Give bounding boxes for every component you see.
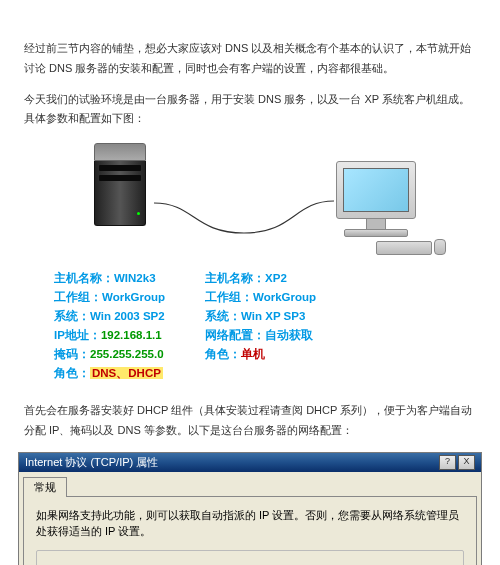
intro-para-2: 今天我们的试验环境是由一台服务器，用于安装 DNS 服务，以及一台 XP 系统客… [24,90,476,130]
server-specs: 主机名称：WIN2k3 工作组：WorkGroup 系统：Win 2003 SP… [54,269,165,383]
tab-general[interactable]: 常规 [23,477,67,497]
dialog-titlebar: Internet 协议 (TCP/IP) 属性 ? X [19,453,481,472]
client-pc-icon [336,161,416,237]
network-cable [154,193,334,253]
close-button[interactable]: X [458,455,475,470]
ip-group: 自动获得 IP 地址(O) 使用下面的 IP 地址(S): IP 地址(I): … [36,550,464,565]
network-diagram [24,143,476,263]
client-specs: 主机名称：XP2 工作组：WorkGroup 系统：Win XP SP3 网络配… [205,269,316,383]
server-icon [94,143,144,226]
dialog-hint: 如果网络支持此功能，则可以获取自动指派的 IP 设置。否则，您需要从网络系统管理… [36,507,464,540]
dialog-title: Internet 协议 (TCP/IP) 属性 [25,455,158,470]
intro-para-1: 经过前三节内容的铺垫，想必大家应该对 DNS 以及相关概念有个基本的认识了，本节… [24,39,476,79]
tcpip-properties-dialog: Internet 协议 (TCP/IP) 属性 ? X 常规 如果网络支持此功能… [18,452,482,565]
help-button[interactable]: ? [439,455,456,470]
mid-para: 首先会在服务器安装好 DHCP 组件（具体安装过程请查阅 DHCP 系列），便于… [24,401,476,441]
